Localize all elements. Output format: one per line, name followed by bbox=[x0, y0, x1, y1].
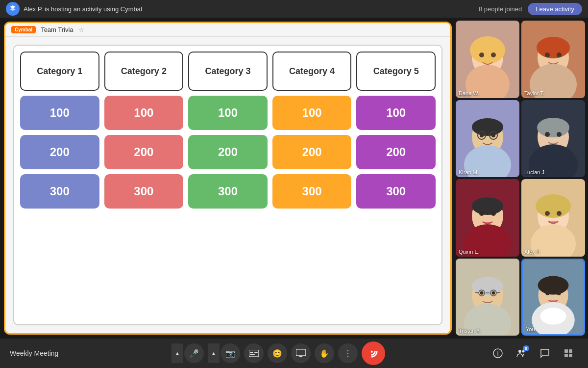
svg-point-4 bbox=[491, 53, 496, 57]
video-grid: Dana W. Taylor T. Kiran M. bbox=[456, 18, 588, 339]
svg-point-37 bbox=[545, 211, 550, 216]
game-board: Category 1 100 200 300 Category 2 100 20… bbox=[5, 37, 450, 333]
people-button[interactable]: 8 bbox=[512, 343, 531, 363]
app-logo bbox=[6, 2, 20, 16]
mic-button[interactable]: 🎤 bbox=[184, 343, 204, 363]
svg-point-26 bbox=[557, 132, 562, 137]
main-content: Cymbal Team Trivia ☆ Category 1 100 200 … bbox=[0, 18, 588, 339]
category-header-1: Category 2 bbox=[104, 52, 184, 91]
svg-point-67 bbox=[518, 350, 521, 353]
svg-point-10 bbox=[557, 53, 562, 57]
raise-hand-button[interactable]: ✋ bbox=[315, 343, 334, 363]
svg-point-25 bbox=[545, 132, 550, 137]
emoji-button[interactable]: 😊 bbox=[268, 343, 287, 363]
star-icon[interactable]: ☆ bbox=[78, 26, 84, 33]
score-tile-1-200[interactable]: 200 bbox=[104, 135, 184, 169]
leave-activity-button[interactable]: Leave activity bbox=[528, 3, 582, 15]
svg-rect-70 bbox=[569, 349, 572, 353]
bottom-bar: Weekly Meeting ▲ 🎤 ▲ 📷 😊 bbox=[0, 339, 588, 368]
cymbal-badge: Cymbal bbox=[11, 26, 36, 33]
team-trivia-tab[interactable]: Team Trivia bbox=[41, 26, 73, 33]
captions-button[interactable] bbox=[244, 343, 264, 363]
svg-point-9 bbox=[545, 53, 550, 57]
category-header-3: Category 4 bbox=[272, 52, 352, 91]
score-tile-2-300[interactable]: 300 bbox=[188, 174, 268, 209]
svg-rect-60 bbox=[254, 352, 258, 353]
mic-caret-button[interactable]: ▲ bbox=[172, 343, 183, 363]
svg-point-48 bbox=[480, 291, 484, 294]
mic-group: ▲ 🎤 bbox=[172, 343, 204, 363]
svg-rect-61 bbox=[250, 354, 255, 355]
svg-point-57 bbox=[540, 308, 566, 324]
people-count: 8 people joined bbox=[479, 5, 522, 13]
svg-point-15 bbox=[472, 118, 503, 136]
svg-point-8 bbox=[537, 37, 570, 58]
video-tile-3: Lucian J. bbox=[521, 100, 585, 178]
video-avatar-3 bbox=[521, 100, 585, 178]
screen-share-button[interactable] bbox=[291, 343, 311, 363]
svg-point-32 bbox=[491, 211, 496, 216]
score-tile-1-100[interactable]: 100 bbox=[104, 96, 184, 130]
board-categories: Category 1 100 200 300 Category 2 100 20… bbox=[20, 52, 436, 209]
activities-button[interactable] bbox=[559, 343, 578, 363]
chat-button[interactable] bbox=[535, 343, 555, 363]
video-name-4: Quinn E. bbox=[459, 249, 480, 255]
video-tile-6: Tristan Y. bbox=[456, 259, 519, 336]
video-tile-7: You bbox=[521, 259, 585, 336]
svg-point-19 bbox=[480, 133, 484, 137]
svg-point-49 bbox=[492, 291, 495, 294]
svg-point-55 bbox=[557, 290, 562, 295]
board-inner: Category 1 100 200 300 Category 2 100 20… bbox=[13, 45, 442, 325]
info-button[interactable]: i bbox=[488, 343, 508, 363]
category-header-4: Category 5 bbox=[356, 52, 436, 91]
board-col-0: Category 1 100 200 300 bbox=[20, 52, 99, 209]
svg-point-20 bbox=[491, 133, 495, 137]
board-col-4: Category 5 100 200 300 bbox=[356, 52, 436, 209]
video-name-2: Kiran M. bbox=[459, 169, 479, 175]
camera-button[interactable]: 📷 bbox=[220, 343, 240, 363]
people-badge: 8 bbox=[523, 345, 529, 351]
svg-point-24 bbox=[537, 118, 569, 137]
camera-caret-button[interactable]: ▲ bbox=[208, 343, 220, 363]
svg-line-45 bbox=[475, 292, 479, 293]
score-tile-4-100[interactable]: 100 bbox=[356, 96, 436, 130]
svg-rect-58 bbox=[249, 350, 259, 357]
more-options-button[interactable]: ⋮ bbox=[338, 343, 358, 363]
right-controls: i 8 bbox=[488, 343, 578, 363]
score-tile-2-100[interactable]: 100 bbox=[188, 96, 268, 130]
svg-point-31 bbox=[479, 211, 484, 216]
score-tile-4-200[interactable]: 200 bbox=[356, 135, 436, 169]
category-header-2: Category 3 bbox=[188, 52, 268, 91]
video-name-6: Tristan Y. bbox=[459, 328, 481, 334]
video-avatar-2 bbox=[456, 100, 519, 178]
score-tile-0-200[interactable]: 200 bbox=[20, 135, 99, 169]
svg-point-2 bbox=[470, 36, 505, 64]
activity-window: Cymbal Team Trivia ☆ Category 1 100 200 … bbox=[4, 22, 452, 335]
video-tile-1: Taylor T. bbox=[521, 21, 585, 98]
score-tile-3-300[interactable]: 300 bbox=[272, 174, 352, 209]
score-tile-0-100[interactable]: 100 bbox=[20, 96, 99, 130]
score-tile-3-100[interactable]: 100 bbox=[272, 96, 352, 130]
bottom-controls: ▲ 🎤 ▲ 📷 😊 ✋ bbox=[69, 342, 488, 365]
score-tile-3-200[interactable]: 200 bbox=[272, 135, 352, 169]
video-name-3: Lucian J. bbox=[524, 169, 546, 175]
video-tile-0: Dana W. bbox=[456, 21, 519, 98]
score-tile-2-200[interactable]: 200 bbox=[188, 135, 268, 169]
score-tile-0-300[interactable]: 300 bbox=[20, 174, 99, 209]
score-tile-4-300[interactable]: 300 bbox=[356, 174, 436, 209]
score-tile-1-300[interactable]: 300 bbox=[104, 174, 184, 209]
video-avatar-5 bbox=[521, 179, 585, 257]
video-avatar-0 bbox=[456, 21, 519, 98]
end-call-button[interactable] bbox=[362, 342, 385, 365]
video-tile-5: Alex P. bbox=[521, 179, 585, 257]
video-avatar-1 bbox=[521, 21, 585, 98]
top-bar: Alex P. is hosting an activity using Cym… bbox=[0, 0, 588, 18]
video-name-5: Alex P. bbox=[524, 249, 540, 255]
video-tile-4: Quinn E. bbox=[456, 179, 519, 257]
svg-text:i: i bbox=[497, 350, 499, 357]
svg-rect-11 bbox=[542, 50, 564, 52]
svg-point-38 bbox=[557, 211, 562, 216]
video-name-0: Dana W. bbox=[459, 90, 479, 96]
video-name-1: Taylor T. bbox=[524, 90, 544, 96]
svg-rect-62 bbox=[296, 349, 306, 356]
